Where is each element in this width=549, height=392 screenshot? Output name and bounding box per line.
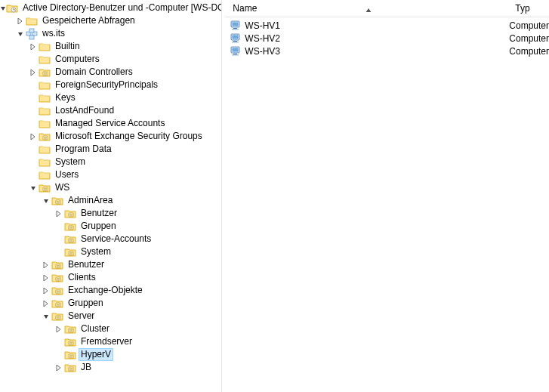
chevron-right-icon[interactable] (53, 323, 64, 335)
list-item[interactable]: WS-HV2Computer (225, 32, 549, 45)
node-mesg[interactable]: Microsoft Exchange Security Groups (0, 130, 221, 143)
node-srv-cluster[interactable]: Cluster (0, 323, 221, 335)
node-label: Clients (66, 271, 97, 284)
node-label: Server (66, 310, 96, 323)
chevron-right-icon[interactable] (27, 66, 39, 79)
ou-icon (39, 66, 51, 79)
node-saved-queries[interactable]: Gespeicherte Abfragen (0, 14, 221, 27)
node-builtin[interactable]: Builtin (0, 40, 221, 53)
node-domain[interactable]: ws.its (0, 27, 221, 40)
node-label: Keys (54, 91, 77, 104)
column-header-type[interactable]: Typ (512, 3, 549, 14)
chevron-down-icon[interactable] (0, 2, 6, 14)
ou-icon (51, 298, 63, 310)
node-msa[interactable]: Managed Service Accounts (0, 117, 221, 130)
node-ws-server[interactable]: Server (0, 310, 221, 323)
node-label: Microsoft Exchange Security Groups (54, 130, 204, 143)
chevron-right-icon[interactable] (40, 297, 51, 310)
tree-pane[interactable]: Active Directory-Benutzer und -Computer … (0, 0, 221, 392)
list-item-type: Computer (509, 20, 549, 31)
chevron-right-icon[interactable] (14, 14, 26, 27)
folder-icon (39, 79, 51, 91)
folder-icon (39, 144, 51, 156)
ou-icon (39, 131, 51, 143)
node-label: System (54, 156, 87, 168)
ou-icon (51, 195, 63, 207)
folder-icon (39, 118, 51, 130)
node-aa-system[interactable]: System (0, 245, 221, 258)
root-aduc[interactable]: Active Directory-Benutzer und -Computer … (0, 2, 221, 14)
list-item-name: WS-HV3 (245, 46, 509, 57)
node-ws-benutzer[interactable]: Benutzer (0, 258, 221, 271)
column-header-type-label: Typ (515, 3, 529, 14)
chevron-right-icon[interactable] (40, 284, 51, 297)
node-label: HyperV (79, 348, 113, 361)
ou-icon (64, 246, 76, 258)
chevron-down-icon[interactable] (40, 194, 51, 207)
node-keys[interactable]: Keys (0, 91, 221, 104)
node-label: LostAndFound (54, 104, 116, 117)
computer-icon (230, 45, 242, 57)
chevron-down-icon[interactable] (40, 310, 51, 323)
node-adminarea[interactable]: AdminArea (0, 194, 221, 207)
folder-icon (39, 105, 51, 117)
node-label: Service-Accounts (79, 233, 153, 245)
folder-icon (26, 15, 38, 27)
domain-icon (26, 28, 38, 40)
node-aa-benutzer[interactable]: Benutzer (0, 207, 221, 220)
folder-icon (39, 54, 51, 66)
node-computers[interactable]: Computers (0, 53, 221, 66)
chevron-right-icon[interactable] (53, 207, 64, 220)
node-srv-fremdserver[interactable]: Fremdserver (0, 335, 221, 348)
node-label: Gruppen (66, 297, 105, 310)
ou-icon (64, 336, 76, 348)
folder-icon (39, 156, 51, 168)
folder-icon (39, 41, 51, 53)
node-label: JB (79, 361, 93, 374)
aduc-icon (6, 2, 18, 14)
node-srv-jb[interactable]: JB (0, 361, 221, 374)
chevron-down-icon[interactable] (27, 181, 39, 194)
node-label: Domain Controllers (54, 66, 134, 79)
column-header-name-label: Name (233, 3, 257, 14)
node-programdata[interactable]: Program Data (0, 143, 221, 156)
folder-icon (39, 92, 51, 104)
node-fsp[interactable]: ForeignSecurityPrincipals (0, 79, 221, 91)
chevron-right-icon[interactable] (53, 361, 64, 374)
node-label: Exchange-Objekte (66, 284, 144, 297)
node-aa-serviceaccounts[interactable]: Service-Accounts (0, 233, 221, 245)
node-label: Managed Service Accounts (54, 117, 166, 130)
ou-icon (39, 182, 51, 194)
node-ws[interactable]: WS (0, 181, 221, 194)
ou-icon (51, 285, 63, 297)
ou-icon (64, 208, 76, 220)
ou-icon (51, 259, 63, 271)
column-header-name[interactable]: Name (225, 3, 512, 14)
node-domain-controllers[interactable]: Domain Controllers (0, 66, 221, 79)
list-item[interactable]: WS-HV1Computer (225, 19, 549, 32)
chevron-right-icon[interactable] (40, 271, 51, 284)
node-aa-gruppen[interactable]: Gruppen (0, 220, 221, 233)
list-item-name: WS-HV2 (245, 33, 509, 44)
chevron-right-icon[interactable] (27, 40, 39, 53)
chevron-right-icon[interactable] (40, 258, 51, 271)
node-lostandfound[interactable]: LostAndFound (0, 104, 221, 117)
node-ws-exchange[interactable]: Exchange-Objekte (0, 284, 221, 297)
node-users[interactable]: Users (0, 168, 221, 181)
node-srv-hyperv[interactable]: HyperV (0, 348, 221, 361)
ou-icon (64, 349, 76, 361)
node-label: Benutzer (79, 207, 119, 220)
chevron-right-icon[interactable] (27, 130, 39, 143)
list-item[interactable]: WS-HV3Computer (225, 45, 549, 57)
ou-icon (64, 323, 76, 335)
node-label: Program Data (54, 143, 113, 156)
node-label: Computers (54, 53, 101, 66)
node-ws-gruppen[interactable]: Gruppen (0, 297, 221, 310)
ou-icon (51, 310, 63, 323)
node-label: Cluster (79, 323, 111, 335)
list-pane[interactable]: Name Typ WS-HV1ComputerWS-HV2ComputerWS-… (225, 0, 549, 392)
node-ws-clients[interactable]: Clients (0, 271, 221, 284)
chevron-down-icon[interactable] (14, 27, 26, 40)
node-system[interactable]: System (0, 156, 221, 168)
computer-icon (230, 20, 242, 32)
